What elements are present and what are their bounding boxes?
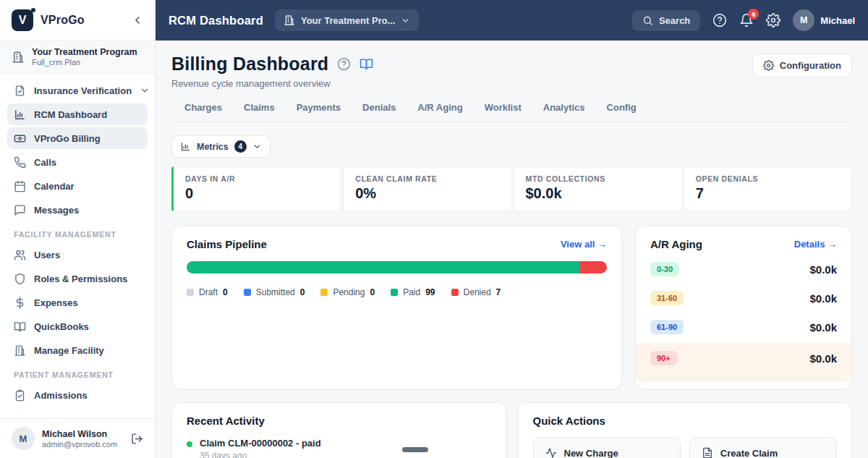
horizontal-scrollbar-thumb[interactable] [402,447,428,452]
chevron-down-icon [140,85,150,96]
main-area: RCM Dashboard Your Treatment Pro... Sear… [156,0,868,458]
sidebar-item-manage-facility[interactable]: Manage Facility [7,339,148,361]
aging-row-90-plus: 90+ $0.0k [636,343,851,382]
configuration-button[interactable]: Configuration [752,54,852,77]
building-icon [284,14,295,26]
sidebar-item-roles-permissions[interactable]: Roles & Permissions [7,268,148,289]
topbar-title: RCM Dashboard [169,14,263,27]
legend-item-draft: Draft0 [187,287,228,297]
tab-bar: Charges Claims Payments Denials A/R Agin… [171,102,852,122]
details-link[interactable]: Details → [794,239,837,250]
new-charge-button[interactable]: New Charge [533,437,681,458]
sidebar-item-label: Messages [34,205,79,216]
aging-value: $0.0k [809,352,837,365]
activity-text: Claim CLM-00000002 - paid [200,438,321,449]
clipboard-check-icon [14,389,26,402]
view-all-link[interactable]: View all → [561,239,607,250]
legend-item-denied: Denied7 [451,287,501,297]
sidebar-item-users[interactable]: Users [7,244,148,266]
sidebar-item-label: QuickBooks [34,321,89,332]
avatar: M [12,427,35,450]
topbar-user-name: Michael [820,15,855,26]
search-button[interactable]: Search [632,10,700,31]
sidebar-item-label: Expenses [34,297,78,308]
sidebar-item-expenses[interactable]: Expenses [7,292,148,313]
metrics-dropdown-button[interactable]: Metrics 4 [171,135,271,158]
legend-swatch [391,289,398,296]
bar-chart-icon [180,141,191,152]
metric-mtd-collections: MTD COLLECTIONS $0.0k [514,166,682,211]
sidebar-program[interactable]: Your Treatment Program Full_crm Plan [0,41,155,74]
sidebar-item-vprogo-billing[interactable]: VProGo Billing [7,127,148,149]
docs-button[interactable] [359,57,373,71]
sidebar-item-label: Admissions [34,390,88,401]
pipeline-legend: Draft0 Submitted0 Pending0 Paid99 Denied… [187,287,607,297]
program-selector-dropdown[interactable]: Your Treatment Pro... [275,9,420,31]
aging-bucket-badge: 31-60 [650,291,684,305]
sidebar-collapse-button[interactable] [132,14,143,26]
topbar: RCM Dashboard Your Treatment Pro... Sear… [156,0,868,41]
program-selector-label: Your Treatment Pro... [301,15,396,26]
aging-row-31-60: 31-60 $0.0k [650,284,837,313]
aging-bucket-badge: 90+ [650,351,677,365]
tab-analytics[interactable]: Analytics [543,102,585,113]
tab-claims[interactable]: Claims [244,102,275,113]
building-icon [14,344,26,357]
metric-value: 0 [185,185,329,202]
aging-bucket-badge: 0-30 [650,262,679,276]
tab-charges[interactable]: Charges [184,102,222,113]
sidebar-item-label: Users [34,250,60,260]
book-open-icon [14,321,26,333]
activity-icon [545,447,557,458]
ar-aging-card: A/R Aging Details → 0-30 $0.0k 31-60 $0.… [635,226,852,389]
tab-denials[interactable]: Denials [362,102,396,113]
dollar-icon [14,297,26,309]
tab-config[interactable]: Config [607,102,637,113]
message-icon [14,204,26,216]
metric-label: MTD COLLECTIONS [526,174,670,183]
legend-item-paid: Paid99 [391,287,435,297]
document-check-icon [14,85,26,97]
claims-pipeline-bar [187,261,607,273]
sidebar-header: V VProGo [0,0,155,41]
sidebar-user-footer: M Michael Wilson admin@vprovob.com [0,418,155,458]
activity-time: 35 days ago [200,451,321,458]
new-charge-label: New Charge [564,448,618,458]
metric-value: 7 [696,185,840,202]
user-menu[interactable]: M Michael [793,9,855,31]
metric-label: CLEAN CLAIM RATE [355,174,499,183]
tab-payments[interactable]: Payments [297,102,341,113]
legend-item-pending: Pending0 [320,287,375,297]
recent-activity-title: Recent Activity [187,415,265,427]
notifications-button[interactable]: 6 [739,13,754,27]
chevron-down-icon [401,16,410,25]
help-button[interactable] [712,13,727,27]
metric-label: DAYS IN A/R [185,174,329,183]
metric-clean-claim-rate: CLEAN CLAIM RATE 0% [343,166,511,211]
page-content: Billing Dashboard Revenue cycle manageme… [156,41,868,458]
create-claim-label: Create Claim [720,448,778,458]
sidebar-item-quickbooks[interactable]: QuickBooks [7,315,148,337]
logout-button[interactable] [131,433,143,445]
sidebar-item-calls[interactable]: Calls [7,151,148,173]
page-header: Billing Dashboard Revenue cycle manageme… [171,54,852,89]
sidebar-item-label: Calendar [34,181,75,192]
settings-button[interactable] [766,13,780,27]
sidebar-item-calendar[interactable]: Calendar [7,175,148,197]
aging-value: $0.0k [809,292,837,305]
create-claim-button[interactable]: Create Claim [689,437,837,458]
claims-pipeline-card: Claims Pipeline View all → Draft0 Submit… [171,226,622,389]
metric-days-in-ar: DAYS IN A/R 0 [171,166,341,211]
sidebar-item-insurance-verification[interactable]: Insurance Verification [7,80,148,101]
sidebar-item-rcm-dashboard[interactable]: RCM Dashboard [7,103,148,125]
page-help-button[interactable] [337,57,351,71]
brand-name: VProGo [41,14,85,27]
tab-ar-aging[interactable]: A/R Aging [417,102,462,113]
tab-worklist[interactable]: Worklist [485,102,522,113]
sidebar-nav: Insurance Verification RCM Dashboard VPr… [0,74,155,418]
sidebar-item-admissions[interactable]: Admissions [7,384,148,406]
legend-item-submitted: Submitted0 [244,287,305,297]
quick-actions-card: Quick Actions New Charge Create Claim [518,402,853,458]
sidebar-item-messages[interactable]: Messages [7,199,148,221]
claims-pipeline-title: Claims Pipeline [187,238,267,250]
